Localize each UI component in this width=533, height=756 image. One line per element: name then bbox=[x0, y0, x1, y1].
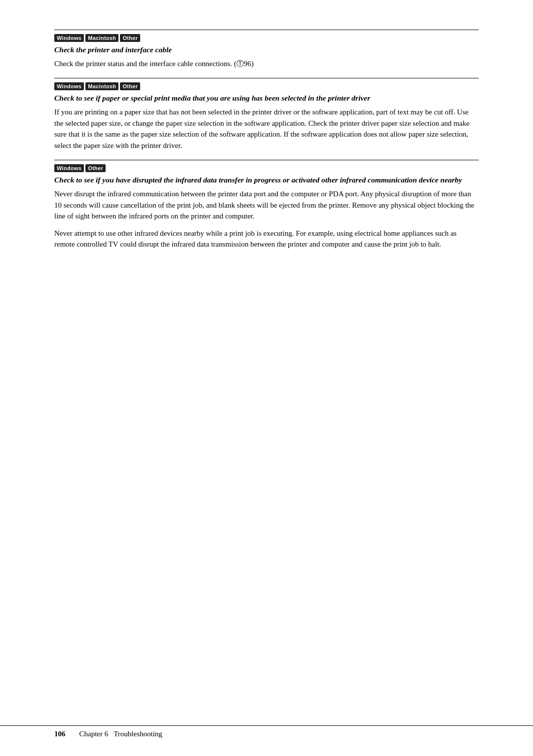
section-body-2-p1: If you are printing on a paper size that… bbox=[54, 107, 479, 151]
section-divider-2 bbox=[54, 78, 479, 78]
badge-row-2: Windows Macintosh Other bbox=[54, 82, 479, 90]
section-body-3: Never disrupt the infrared communication… bbox=[54, 188, 479, 250]
badge-row-1: Windows Macintosh Other bbox=[54, 34, 479, 42]
badge-macintosh-2: Macintosh bbox=[85, 82, 118, 90]
footer-chapter-label: Chapter 6 bbox=[79, 730, 109, 738]
section-body-3-p1: Never disrupt the infrared communication… bbox=[54, 188, 479, 222]
section-body-3-p2: Never attempt to use other infrared devi… bbox=[54, 228, 479, 250]
badge-other-3: Other bbox=[85, 164, 106, 172]
section-1: Windows Macintosh Other Check the printe… bbox=[54, 30, 479, 69]
badge-windows-3: Windows bbox=[54, 164, 84, 172]
section-body-2: If you are printing on a paper size that… bbox=[54, 107, 479, 151]
footer: 106 Chapter 6 Troubleshooting bbox=[0, 725, 533, 738]
badge-macintosh-1: Macintosh bbox=[85, 34, 118, 42]
badge-row-3: Windows Other bbox=[54, 164, 479, 172]
section-divider-3 bbox=[54, 160, 479, 160]
section-divider-1 bbox=[54, 30, 479, 30]
footer-section-label: Troubleshooting bbox=[114, 730, 162, 738]
badge-windows-2: Windows bbox=[54, 82, 84, 90]
footer-page-number: 106 bbox=[54, 730, 66, 738]
section-body-1: Check the printer status and the interfa… bbox=[54, 58, 479, 70]
section-title-2: Check to see if paper or special print m… bbox=[54, 93, 479, 104]
badge-other-2: Other bbox=[120, 82, 140, 90]
section-title-3: Check to see if you have disrupted the i… bbox=[54, 175, 479, 185]
footer-chapter: Chapter 6 Troubleshooting bbox=[79, 730, 162, 738]
section-2: Windows Macintosh Other Check to see if … bbox=[54, 78, 479, 151]
badge-windows-1: Windows bbox=[54, 34, 84, 42]
page: Windows Macintosh Other Check the printe… bbox=[0, 0, 533, 756]
section-body-1-p1: Check the printer status and the interfa… bbox=[54, 58, 479, 70]
section-title-1: Check the printer and interface cable bbox=[54, 45, 479, 55]
badge-other-1: Other bbox=[120, 34, 140, 42]
section-3: Windows Other Check to see if you have d… bbox=[54, 160, 479, 250]
